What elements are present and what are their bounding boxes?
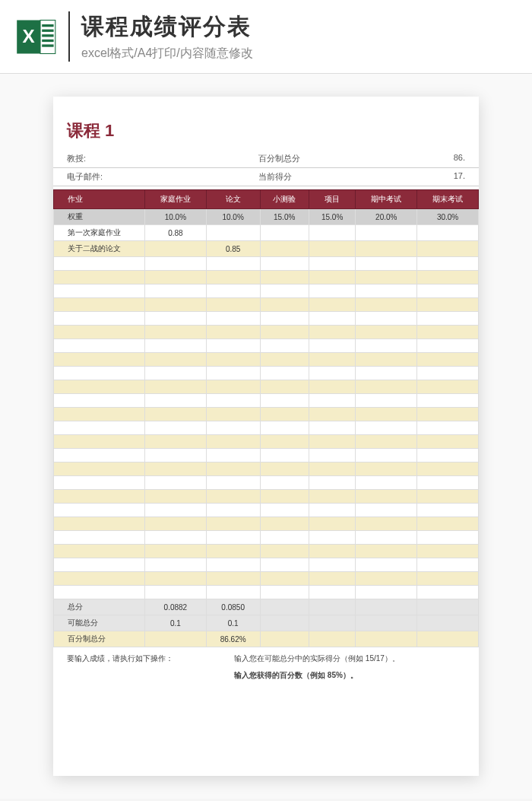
cell[interactable]: 0.1	[145, 615, 207, 631]
cell[interactable]	[309, 408, 356, 421]
cell[interactable]	[309, 449, 356, 462]
cell[interactable]	[260, 586, 309, 599]
cell[interactable]	[206, 490, 260, 504]
cell[interactable]	[417, 586, 479, 599]
cell[interactable]	[356, 572, 417, 586]
row-label[interactable]	[54, 462, 145, 476]
cell[interactable]	[145, 476, 207, 490]
cell[interactable]	[260, 435, 309, 449]
cell[interactable]	[356, 367, 417, 380]
cell[interactable]	[260, 408, 309, 421]
cell[interactable]	[260, 257, 309, 271]
cell[interactable]	[206, 394, 260, 408]
cell[interactable]	[309, 312, 356, 326]
cell[interactable]: 15.0%	[260, 209, 309, 225]
cell[interactable]	[206, 586, 260, 599]
cell[interactable]	[417, 421, 479, 435]
cell[interactable]	[145, 298, 207, 312]
cell[interactable]	[206, 435, 260, 449]
cell[interactable]	[260, 531, 309, 545]
cell[interactable]	[356, 284, 417, 298]
cell[interactable]	[206, 408, 260, 421]
cell[interactable]	[206, 504, 260, 517]
cell[interactable]	[309, 225, 356, 241]
cell[interactable]: 0.85	[206, 241, 260, 257]
cell[interactable]	[356, 339, 417, 353]
cell[interactable]	[206, 367, 260, 380]
cell[interactable]	[356, 476, 417, 490]
cell[interactable]	[356, 531, 417, 545]
cell[interactable]: 30.0%	[417, 209, 479, 225]
cell[interactable]	[417, 225, 479, 241]
cell[interactable]	[206, 312, 260, 326]
cell[interactable]	[356, 298, 417, 312]
cell[interactable]	[309, 421, 356, 435]
cell[interactable]	[260, 490, 309, 504]
cell[interactable]	[356, 615, 417, 631]
row-label[interactable]: 可能总分	[54, 615, 145, 631]
cell[interactable]	[356, 545, 417, 558]
cell[interactable]	[309, 462, 356, 476]
cell[interactable]	[417, 449, 479, 462]
cell[interactable]	[309, 241, 356, 257]
cell[interactable]	[417, 545, 479, 558]
cell[interactable]	[309, 435, 356, 449]
cell[interactable]: 20.0%	[356, 209, 417, 225]
row-label[interactable]	[54, 435, 145, 449]
row-label[interactable]	[54, 257, 145, 271]
row-label[interactable]	[54, 586, 145, 599]
cell[interactable]	[260, 284, 309, 298]
cell[interactable]	[417, 615, 479, 631]
cell[interactable]	[417, 312, 479, 326]
row-label[interactable]	[54, 517, 145, 531]
cell[interactable]	[145, 241, 207, 257]
cell[interactable]	[417, 380, 479, 394]
cell[interactable]	[145, 572, 207, 586]
cell[interactable]	[417, 408, 479, 421]
cell[interactable]	[309, 339, 356, 353]
cell[interactable]	[145, 504, 207, 517]
cell[interactable]	[260, 462, 309, 476]
cell[interactable]	[145, 545, 207, 558]
cell[interactable]	[356, 504, 417, 517]
cell[interactable]	[145, 394, 207, 408]
cell[interactable]	[206, 558, 260, 572]
cell[interactable]	[356, 435, 417, 449]
cell[interactable]	[356, 380, 417, 394]
cell[interactable]: 15.0%	[309, 209, 356, 225]
cell[interactable]	[145, 312, 207, 326]
cell[interactable]	[309, 490, 356, 504]
cell[interactable]	[309, 631, 356, 647]
cell[interactable]	[145, 257, 207, 271]
cell[interactable]	[309, 353, 356, 367]
cell[interactable]	[417, 631, 479, 647]
cell[interactable]	[260, 241, 309, 257]
row-label[interactable]	[54, 504, 145, 517]
cell[interactable]	[206, 326, 260, 339]
cell[interactable]	[356, 558, 417, 572]
cell[interactable]	[145, 449, 207, 462]
row-label[interactable]	[54, 284, 145, 298]
cell[interactable]	[145, 339, 207, 353]
cell[interactable]	[206, 531, 260, 545]
cell[interactable]	[260, 504, 309, 517]
cell[interactable]	[309, 271, 356, 284]
cell[interactable]	[260, 353, 309, 367]
cell[interactable]	[309, 531, 356, 545]
cell[interactable]	[145, 435, 207, 449]
row-label[interactable]	[54, 298, 145, 312]
row-label[interactable]	[54, 367, 145, 380]
row-label[interactable]: 百分制总分	[54, 631, 145, 647]
cell[interactable]	[356, 631, 417, 647]
row-label[interactable]: 权重	[54, 209, 145, 225]
cell[interactable]	[145, 367, 207, 380]
cell[interactable]	[356, 326, 417, 339]
cell[interactable]	[206, 380, 260, 394]
cell[interactable]	[206, 257, 260, 271]
cell[interactable]	[145, 631, 207, 647]
cell[interactable]	[206, 353, 260, 367]
cell[interactable]	[356, 421, 417, 435]
cell[interactable]	[260, 394, 309, 408]
cell[interactable]	[145, 490, 207, 504]
cell[interactable]	[417, 572, 479, 586]
